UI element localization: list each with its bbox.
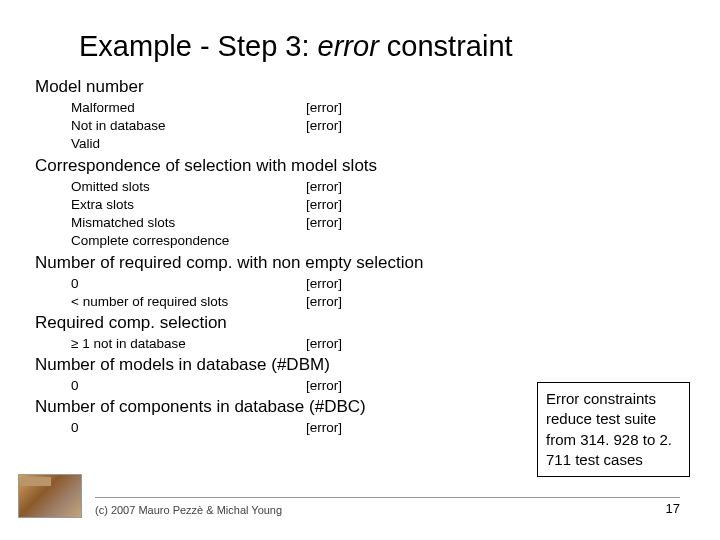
content: Model number Malformed[error] Not in dat… — [55, 77, 485, 438]
list-item: Not in database[error] — [71, 117, 485, 135]
section-items: 0[error] < number of required slots[erro… — [71, 275, 485, 311]
footer: (c) 2007 Mauro Pezzè & Michal Young 17 — [95, 501, 680, 516]
list-item: Omitted slots[error] — [71, 178, 485, 196]
section-heading: Number of components in database (#DBC) — [35, 397, 485, 417]
list-item: Valid — [71, 135, 485, 153]
section-items: Malformed[error] Not in database[error] … — [71, 99, 485, 154]
title-italic: error — [318, 30, 379, 62]
list-item: 0[error] — [71, 419, 485, 437]
section-items: ≥ 1 not in database[error] — [71, 335, 485, 353]
section-heading: Correspondence of selection with model s… — [35, 156, 485, 176]
list-item: 0[error] — [71, 377, 485, 395]
list-item: Mismatched slots[error] — [71, 214, 485, 232]
title-left: Example - Step 3: — [79, 30, 318, 62]
section-heading: Model number — [35, 77, 485, 97]
list-item: Extra slots[error] — [71, 196, 485, 214]
footer-divider — [95, 497, 680, 498]
title-right: constraint — [379, 30, 513, 62]
list-item: < number of required slots[error] — [71, 293, 485, 311]
section-items: 0[error] — [71, 377, 485, 395]
section-heading: Number of models in database (#DBM) — [35, 355, 485, 375]
copyright: (c) 2007 Mauro Pezzè & Michal Young — [95, 504, 282, 516]
list-item: ≥ 1 not in database[error] — [71, 335, 485, 353]
section-heading: Number of required comp. with non empty … — [35, 253, 485, 273]
page-number: 17 — [666, 501, 680, 516]
slide-title: Example - Step 3: error constraint — [79, 30, 680, 63]
callout-box: Error constraints reduce test suite from… — [537, 382, 690, 477]
section-items: 0[error] — [71, 419, 485, 437]
list-item: 0[error] — [71, 275, 485, 293]
list-item: Malformed[error] — [71, 99, 485, 117]
section-heading: Required comp. selection — [35, 313, 485, 333]
book-cover-icon — [18, 474, 82, 518]
section-items: Omitted slots[error] Extra slots[error] … — [71, 178, 485, 251]
list-item: Complete correspondence — [71, 232, 485, 250]
